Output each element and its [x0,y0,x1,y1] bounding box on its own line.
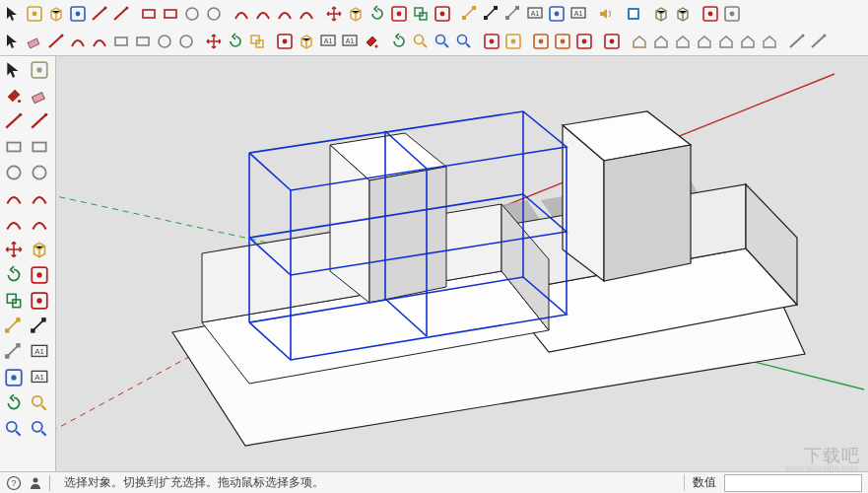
paint-bucket-icon[interactable] [2,84,26,107]
freehand-icon[interactable] [89,3,110,25]
component3-icon[interactable] [573,31,595,52]
house3-icon[interactable] [672,31,694,52]
component2-icon[interactable] [552,31,573,52]
eraser-icon[interactable] [28,84,51,107]
pan-icon[interactable] [28,391,51,415]
pie-icon[interactable] [28,212,51,236]
arc3-icon[interactable] [274,3,296,25]
rect-icon[interactable] [2,135,26,159]
freehand-icon[interactable] [28,109,51,133]
arc4-icon[interactable] [296,3,317,25]
zoomext-icon[interactable] [453,31,475,52]
house2-icon[interactable] [650,31,672,52]
look-icon[interactable] [502,31,524,52]
rect-icon[interactable] [138,3,160,25]
zoom-icon[interactable] [2,417,26,441]
solid2-icon[interactable] [672,3,694,25]
circle2-icon[interactable] [203,3,225,25]
tape-icon[interactable] [2,315,26,338]
pan-icon[interactable] [410,31,432,52]
arc2-icon[interactable] [28,186,51,210]
house4-icon[interactable] [694,31,715,52]
select-arrow-icon[interactable] [2,3,24,25]
protractor-icon[interactable] [502,3,524,25]
house1-icon[interactable] [629,31,650,52]
house7-icon[interactable] [759,31,780,52]
polygon-icon[interactable] [175,31,197,52]
circle-icon[interactable] [2,161,26,184]
circle-tool-icon[interactable] [154,31,175,52]
walk-icon[interactable] [481,31,502,52]
rect-rot-icon[interactable] [28,135,51,159]
ruby-icon[interactable] [601,31,623,52]
text-icon[interactable]: A1 [28,340,51,364]
move-icon[interactable] [323,3,345,25]
outliner2-icon[interactable] [808,31,830,52]
camera-icon[interactable] [24,3,45,25]
polygon-icon[interactable] [28,161,51,184]
info-icon[interactable] [67,3,89,25]
text-icon[interactable]: A1 [524,3,546,25]
line-icon[interactable] [45,31,67,52]
pushpull-icon[interactable] [28,238,51,261]
move-icon[interactable] [2,238,26,261]
component-icon[interactable] [28,58,51,82]
zoom-icon[interactable] [432,31,453,52]
3d-viewport[interactable]: 下载吧 www.xiazaiba.com [56,56,868,471]
arc-icon[interactable] [231,3,252,25]
arc-tool-icon[interactable] [67,31,89,52]
book-icon[interactable] [623,3,644,25]
outliner-icon[interactable] [786,31,808,52]
dimension-icon[interactable] [481,3,502,25]
3dtext-icon[interactable]: A1 [28,366,51,389]
select-icon[interactable] [2,31,24,52]
arc-tool2-icon[interactable] [89,31,110,52]
rotate-icon[interactable] [2,263,26,287]
line-icon[interactable] [2,109,26,133]
house6-icon[interactable] [737,31,759,52]
component1-icon[interactable] [530,31,552,52]
rect-tool2-icon[interactable] [132,31,154,52]
pushpull-tool-icon[interactable] [296,31,317,52]
3dtext-tool-icon[interactable]: A1 [339,31,361,52]
arc3-icon[interactable] [2,212,26,236]
axes-icon[interactable] [546,3,568,25]
rotate-tool-icon[interactable] [225,31,246,52]
rect-tool-icon[interactable] [110,31,132,52]
rotate-icon[interactable] [367,3,388,25]
person-icon[interactable] [28,475,43,491]
dimension-icon[interactable] [28,315,51,338]
3dtext-icon[interactable]: A1 [568,3,589,25]
sound-icon[interactable] [595,3,617,25]
house5-icon[interactable] [715,31,737,52]
section2-icon[interactable] [721,3,743,25]
box-icon[interactable] [45,3,67,25]
move-tool-icon[interactable] [203,31,225,52]
followme-icon[interactable] [388,3,410,25]
pushpull-icon[interactable] [345,3,367,25]
tape-icon[interactable] [459,3,481,25]
protractor-icon[interactable] [2,340,26,364]
text-tool-icon[interactable]: A1 [317,31,339,52]
offset-icon[interactable] [28,289,51,313]
scale-icon[interactable] [410,3,432,25]
scale-icon[interactable] [2,289,26,313]
section-icon[interactable] [700,3,721,25]
value-input[interactable] [724,474,862,492]
axes-icon[interactable] [2,366,26,389]
circle-icon[interactable] [181,3,203,25]
rect2-icon[interactable] [160,3,181,25]
offset-icon[interactable] [432,3,453,25]
freehand2-icon[interactable] [110,3,132,25]
paint-icon[interactable] [361,31,382,52]
followme-icon[interactable] [28,263,51,287]
orbit-icon[interactable] [2,391,26,415]
select-icon[interactable] [2,58,26,82]
zoomext-icon[interactable] [28,417,51,441]
arc-icon[interactable] [2,186,26,210]
orbit-icon[interactable] [388,31,410,52]
arc2-icon[interactable] [252,3,274,25]
eraser-icon[interactable] [24,31,45,52]
help-icon[interactable]: ? [6,475,22,491]
scale-tool-icon[interactable] [246,31,268,52]
